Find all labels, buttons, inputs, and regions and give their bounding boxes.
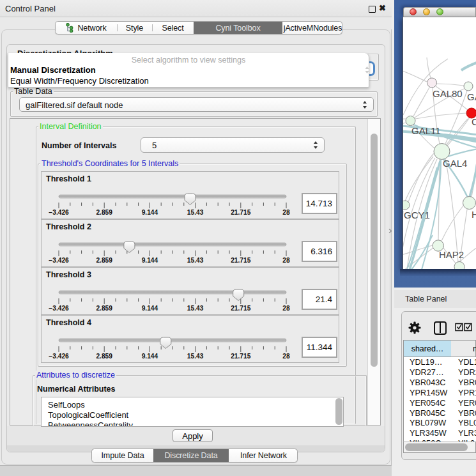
svg-text:21.715: 21.715 <box>231 305 250 312</box>
svg-text:15.43: 15.43 <box>187 305 204 312</box>
svg-text:−3.426: −3.426 <box>49 257 69 264</box>
svg-text:15.43: 15.43 <box>187 209 204 216</box>
svg-text:GAL4: GAL4 <box>443 158 467 169</box>
svg-text:HI: HI <box>472 209 476 220</box>
svg-text:28: 28 <box>282 305 290 312</box>
svg-text:2.859: 2.859 <box>96 353 112 360</box>
svg-text:9.144: 9.144 <box>142 353 158 360</box>
svg-text:28: 28 <box>282 209 290 216</box>
svg-text:15.43: 15.43 <box>187 257 204 264</box>
svg-text:2.859: 2.859 <box>96 257 112 264</box>
svg-text:2.859: 2.859 <box>96 209 112 216</box>
svg-text:HAP2: HAP2 <box>439 249 464 260</box>
svg-text:9.144: 9.144 <box>142 257 158 264</box>
svg-text:GCY1: GCY1 <box>404 210 430 220</box>
svg-text:28: 28 <box>282 257 290 264</box>
svg-text:21.715: 21.715 <box>231 209 250 216</box>
svg-text:15.43: 15.43 <box>187 353 204 360</box>
svg-text:−3.426: −3.426 <box>49 353 69 360</box>
svg-text:GAL80: GAL80 <box>433 88 463 99</box>
svg-text:GAL11: GAL11 <box>411 125 441 136</box>
svg-text:−3.426: −3.426 <box>49 209 69 216</box>
svg-text:9.144: 9.144 <box>142 305 158 312</box>
svg-text:28: 28 <box>282 353 290 360</box>
svg-text:GA: GA <box>467 91 476 102</box>
svg-text:21.715: 21.715 <box>231 257 250 264</box>
svg-text:−3.426: −3.426 <box>49 305 69 312</box>
svg-text:9.144: 9.144 <box>142 209 158 216</box>
svg-text:2.859: 2.859 <box>96 305 112 312</box>
svg-text:CD: CD <box>472 116 476 127</box>
svg-text:21.715: 21.715 <box>231 353 250 360</box>
